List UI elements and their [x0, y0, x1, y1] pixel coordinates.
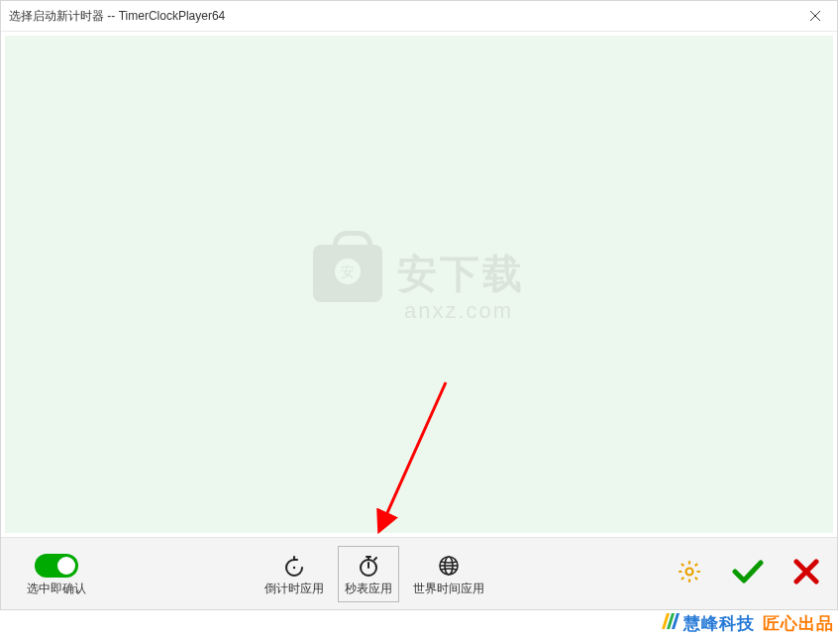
- footer-toolbar: 选中即确认 倒计时应用: [1, 537, 837, 609]
- countdown-icon: [282, 554, 306, 578]
- annotation-arrow-icon: [371, 372, 471, 541]
- branding-footer: 慧峰科技 匠心出品: [656, 610, 840, 636]
- watermark-text-small: anxz.com: [392, 298, 524, 324]
- watermark: 安下载 anxz.com: [313, 245, 524, 324]
- branding-part-b: 匠心出品: [763, 612, 834, 635]
- confirm-on-select-label: 选中即确认: [27, 581, 86, 597]
- settings-button[interactable]: [677, 559, 702, 588]
- worldtime-app-button[interactable]: 世界时间应用: [407, 547, 490, 601]
- branding-part-a: 慧峰科技: [683, 612, 755, 635]
- countdown-app-button[interactable]: 倒计时应用: [259, 547, 330, 601]
- footer-right-actions: [677, 559, 827, 588]
- globe-icon: [437, 554, 461, 578]
- toggle-on-icon: [35, 554, 78, 578]
- svg-line-9: [374, 558, 376, 560]
- watermark-text-big: 安下载: [397, 247, 525, 301]
- countdown-label: 倒计时应用: [264, 581, 324, 597]
- branding-stripes-icon: [660, 611, 680, 635]
- svg-point-13: [686, 569, 693, 576]
- content-area: 安下载 anxz.com: [5, 36, 833, 533]
- watermark-bag-icon: [313, 245, 382, 302]
- close-button[interactable]: [793, 1, 837, 31]
- check-icon: [732, 559, 764, 584]
- svg-point-4: [293, 566, 295, 568]
- svg-line-3: [381, 382, 446, 526]
- confirm-button[interactable]: [732, 559, 764, 588]
- confirm-on-select-toggle[interactable]: 选中即确认: [21, 547, 92, 601]
- stopwatch-label: 秒表应用: [345, 581, 392, 597]
- app-window: 选择启动新计时器 -- TimerClockPlayer64 安下载 anxz.…: [0, 0, 838, 610]
- stopwatch-app-button[interactable]: 秒表应用: [338, 546, 399, 602]
- titlebar: 选择启动新计时器 -- TimerClockPlayer64: [1, 1, 837, 32]
- x-icon: [793, 559, 819, 584]
- window-title: 选择启动新计时器 -- TimerClockPlayer64: [9, 8, 225, 25]
- stopwatch-icon: [357, 554, 380, 578]
- gear-icon: [677, 559, 702, 584]
- cancel-button[interactable]: [793, 559, 819, 588]
- worldtime-label: 世界时间应用: [413, 581, 484, 597]
- close-icon: [810, 11, 820, 21]
